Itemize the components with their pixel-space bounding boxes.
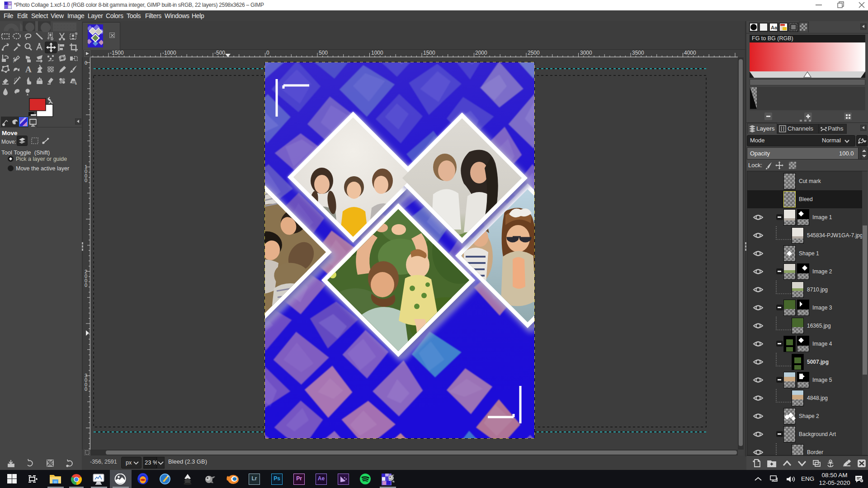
- svg-text:A: A: [25, 65, 32, 74]
- svg-text:500: 500: [319, 50, 328, 56]
- svg-text:-500: -500: [214, 50, 225, 56]
- svg-text:0: 0: [85, 386, 87, 392]
- svg-text:Aa: Aa: [771, 25, 778, 30]
- svg-text:▴: ▴: [75, 81, 77, 85]
- svg-text:2000: 2000: [475, 50, 487, 56]
- svg-text:0: 0: [85, 282, 87, 288]
- svg-text:3500: 3500: [632, 50, 644, 56]
- svg-text:0: 0: [85, 178, 87, 183]
- svg-text:2500: 2500: [528, 50, 540, 56]
- svg-text:1000: 1000: [371, 50, 383, 56]
- svg-text:-1500: -1500: [110, 50, 124, 56]
- svg-text:-1000: -1000: [162, 50, 176, 56]
- svg-text:4000: 4000: [684, 50, 696, 56]
- svg-text:1500: 1500: [423, 50, 435, 56]
- svg-text:0: 0: [266, 50, 269, 56]
- svg-text:0: 0: [85, 60, 87, 66]
- svg-text:3000: 3000: [580, 50, 592, 56]
- svg-text:t: t: [13, 60, 14, 63]
